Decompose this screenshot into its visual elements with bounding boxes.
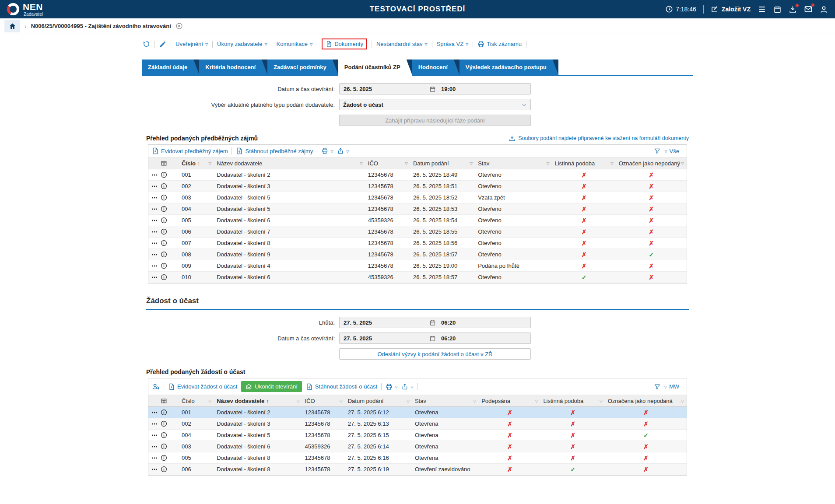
- row-info-icon[interactable]: [161, 228, 167, 235]
- start-next-phase-button[interactable]: Zahájit přípravu následující fáze podání: [339, 115, 531, 126]
- send-call-button[interactable]: Odeslání výzvy k podání žádosti o účast …: [339, 348, 531, 360]
- row-menu-icon[interactable]: [151, 274, 158, 281]
- row-menu-icon[interactable]: [151, 240, 158, 247]
- table-row[interactable]: 005Dodavatel - školení 64535932626. 5. 2…: [148, 215, 687, 226]
- column-filter-icon[interactable]: ▽: [681, 161, 684, 166]
- create-vz-button[interactable]: Založit VZ: [711, 5, 751, 13]
- downloads-button[interactable]: [789, 5, 797, 14]
- stahnout-zadosti-button[interactable]: Stáhnout žádosti o účast: [306, 383, 377, 390]
- close-record-button[interactable]: [175, 22, 183, 30]
- table-row[interactable]: 008Dodavatel - školení 91234567826. 5. 2…: [148, 249, 687, 260]
- table-row[interactable]: 002Dodavatel - školení 31234567826. 5. 2…: [148, 181, 687, 192]
- row-info-icon[interactable]: [161, 240, 167, 246]
- home-button[interactable]: [4, 20, 20, 32]
- column-header[interactable]: ▽Číslo↑: [179, 158, 214, 169]
- row-menu-icon[interactable]: [151, 409, 158, 416]
- row-menu-icon[interactable]: [151, 206, 158, 213]
- table-row[interactable]: 010Dodavatel - školení 64535932626. 5. 2…: [148, 272, 687, 283]
- row-info-icon[interactable]: [161, 262, 167, 269]
- row-menu-icon[interactable]: [151, 172, 158, 178]
- profile-button[interactable]: [820, 5, 828, 14]
- row-info-icon[interactable]: [161, 183, 167, 189]
- row-info-icon[interactable]: [161, 409, 167, 416]
- menu-nestandardni-stav[interactable]: Nestandardní stav ▽: [376, 41, 428, 47]
- row-info-icon[interactable]: [161, 172, 167, 178]
- history-button[interactable]: [143, 40, 150, 48]
- filter-button[interactable]: [654, 383, 661, 390]
- column-filter-icon[interactable]: ▽: [470, 161, 473, 166]
- column-filter-icon[interactable]: ▽: [407, 399, 410, 403]
- opening-datetime-field[interactable]: 26. 5. 2025 19:00: [339, 83, 531, 94]
- nen-logo[interactable]: NEN Zadavatel: [7, 2, 43, 17]
- row-info-icon[interactable]: [161, 432, 167, 438]
- table-row[interactable]: 007Dodavatel - školení 81234567826. 5. 2…: [148, 238, 687, 249]
- submission-type-select[interactable]: Žádost o účast: [339, 99, 531, 110]
- table-row[interactable]: 002Dodavatel - školení 31234567827. 5. 2…: [148, 418, 687, 430]
- row-menu-icon[interactable]: [151, 217, 158, 224]
- calendar-button[interactable]: [773, 5, 782, 14]
- row-menu-icon[interactable]: [151, 194, 158, 201]
- table-row[interactable]: 003Dodavatel - školení 64535932627. 5. 2…: [148, 441, 687, 452]
- column-header[interactable]: ▽Název dodavatele: [214, 158, 365, 169]
- evidovat-predbezny-zajem-button[interactable]: Evidovat předběžný zájem: [152, 147, 228, 154]
- row-menu-icon[interactable]: [151, 183, 158, 190]
- row-info-icon[interactable]: [161, 420, 167, 427]
- column-header[interactable]: ▽Stav: [475, 158, 552, 169]
- column-header[interactable]: ▽IČO: [302, 395, 345, 407]
- menu-dokumenty[interactable]: Dokumenty: [322, 38, 367, 49]
- column-header[interactable]: ▽Označen jako nepodaný: [616, 158, 687, 169]
- column-filter-icon[interactable]: ▽: [208, 399, 211, 403]
- user-search-button[interactable]: [152, 383, 160, 391]
- tab-hodnoceni[interactable]: Hodnocení: [412, 60, 460, 75]
- row-info-icon[interactable]: [161, 455, 167, 461]
- export-table-button[interactable]: ▽: [337, 147, 349, 154]
- deadline-field[interactable]: 27. 5. 2025 06:20: [339, 317, 531, 328]
- tab-kriteria-hodnoceni[interactable]: Kritéria hodnocení: [199, 60, 267, 75]
- submission-files-link[interactable]: Soubory podání najdete připravené ke sta…: [509, 135, 689, 142]
- calendar-icon[interactable]: [429, 335, 436, 342]
- row-menu-icon[interactable]: [151, 251, 158, 258]
- edit-record-button[interactable]: [159, 41, 166, 48]
- request-opening-field[interactable]: 27. 5. 2025 06:20: [339, 332, 531, 344]
- tab-vysledek-zadavaciho-postupu[interactable]: Výsledek zadávacího postupu: [460, 60, 558, 75]
- stahnout-predbezne-zajmy-button[interactable]: Stáhnout předběžné zájmy: [236, 147, 313, 154]
- row-menu-icon[interactable]: [151, 432, 158, 439]
- table-row[interactable]: 001Dodavatel - školení 21234567827. 5. 2…: [148, 407, 687, 418]
- export-table-button[interactable]: ▽: [401, 383, 413, 390]
- column-filter-icon[interactable]: ▽: [547, 161, 550, 166]
- column-header[interactable]: ▽Datum podání: [345, 395, 412, 407]
- column-filter-icon[interactable]: ▽: [535, 399, 538, 403]
- view-selector[interactable]: ▽ MW: [664, 383, 679, 390]
- menu-sprava-vz[interactable]: Správa VZ ▽: [437, 41, 469, 47]
- print-table-button[interactable]: ▽: [386, 383, 397, 390]
- view-selector[interactable]: ▽ Vše: [664, 148, 679, 154]
- ukoncit-otevirani-button[interactable]: Ukončit otevírání: [241, 381, 302, 392]
- calendar-icon[interactable]: [429, 319, 436, 326]
- table-row[interactable]: 004Dodavatel - školení 51234567826. 5. 2…: [148, 203, 687, 215]
- tab-zadavaci-podminky[interactable]: Zadávací podmínky: [267, 60, 338, 75]
- column-settings-icon[interactable]: [148, 395, 179, 407]
- column-header[interactable]: ▽Podepsána: [479, 395, 540, 407]
- column-filter-icon[interactable]: ▽: [297, 399, 300, 403]
- column-header[interactable]: ▽Název dodavatele↑: [214, 395, 302, 407]
- row-info-icon[interactable]: [161, 274, 167, 280]
- column-filter-icon[interactable]: ▽: [473, 399, 476, 403]
- column-header[interactable]: ▽Listinná podoba: [552, 158, 616, 169]
- column-settings-icon[interactable]: [148, 158, 179, 169]
- evidovat-zadost-button[interactable]: Evidovat žádost o účast: [168, 383, 237, 390]
- column-header[interactable]: ▽Listinná podoba: [540, 395, 605, 407]
- menu-ukony-zadavatele[interactable]: Úkony zadavatele ▽: [217, 41, 267, 47]
- column-header[interactable]: ▽Datum podání: [410, 158, 475, 169]
- table-row[interactable]: 001Dodavatel - školení 21234567826. 5. 2…: [148, 169, 687, 181]
- column-header[interactable]: ▽Označena jako nepodaná: [605, 395, 687, 407]
- filter-button[interactable]: [654, 147, 661, 154]
- row-menu-icon[interactable]: [151, 466, 158, 473]
- column-header[interactable]: ▽IČO: [365, 158, 410, 169]
- column-header[interactable]: ▽Číslo: [179, 395, 214, 407]
- column-filter-icon[interactable]: ▽: [360, 161, 363, 166]
- column-filter-icon[interactable]: ▽: [600, 399, 603, 403]
- tab-zakladni-udaje[interactable]: Základní údaje: [142, 60, 199, 75]
- row-info-icon[interactable]: [161, 217, 167, 224]
- messages-button[interactable]: [804, 5, 813, 14]
- table-row[interactable]: 006Dodavatel - školení 81234567827. 5. 2…: [148, 464, 687, 475]
